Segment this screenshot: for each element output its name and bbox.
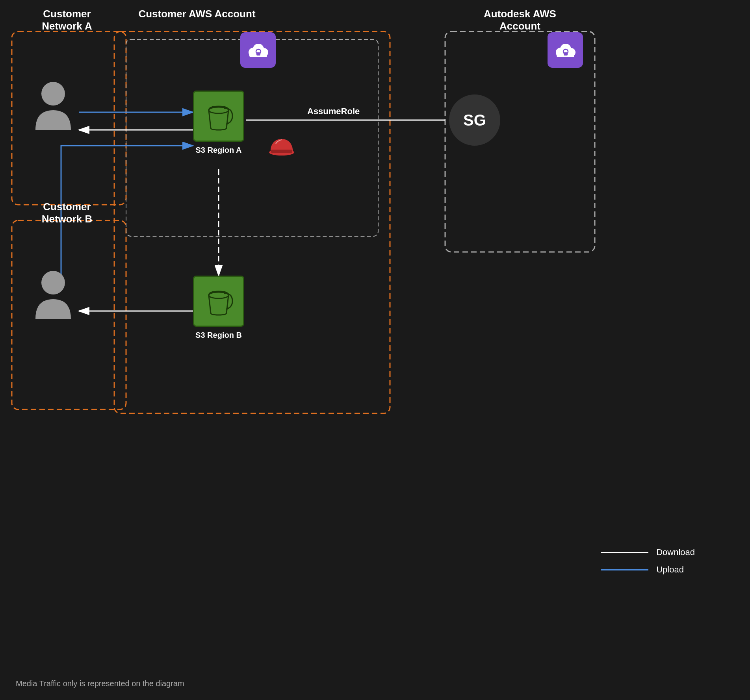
s3-region-a-label: S3 Region A <box>193 146 244 155</box>
person-b-icon <box>32 268 75 320</box>
svg-rect-0 <box>114 31 390 413</box>
assume-role-label: AssumeRole <box>307 106 360 117</box>
person-a-icon <box>32 79 75 131</box>
legend: Download Upload <box>601 547 695 582</box>
cloud-box-autodesk <box>548 32 583 68</box>
label-customer-network-b: Customer Network B <box>20 201 114 225</box>
arrows-svg <box>0 0 750 700</box>
legend-upload-item: Upload <box>601 565 695 575</box>
sg-circle: SG <box>449 94 500 146</box>
s3-region-a: S3 Region A <box>193 91 244 155</box>
label-customer-aws: Customer AWS Account <box>126 8 268 20</box>
svg-rect-29 <box>564 52 568 56</box>
s3-region-b-label: S3 Region B <box>193 331 244 340</box>
legend-download-item: Download <box>601 547 695 557</box>
label-customer-network-a: Customer Network A <box>20 8 114 32</box>
svg-rect-22 <box>256 52 260 56</box>
legend-download-label: Download <box>656 547 695 557</box>
legend-upload-line <box>601 569 648 570</box>
svg-rect-4 <box>126 39 378 236</box>
label-autodesk-aws: Autodesk AWS Account <box>445 8 595 32</box>
diagram-container: Customer Network A Customer Network B Cu… <box>0 0 750 700</box>
cloud-box-customer <box>240 32 276 68</box>
legend-upload-label: Upload <box>656 565 684 575</box>
bottom-note: Media Traffic only is represented on the… <box>16 679 184 688</box>
legend-download-line <box>601 552 648 553</box>
svg-point-14 <box>41 271 65 294</box>
s3-region-b: S3 Region B <box>193 276 244 340</box>
hardhat-icon <box>268 136 295 159</box>
svg-rect-32 <box>271 150 292 153</box>
svg-point-13 <box>41 82 65 106</box>
